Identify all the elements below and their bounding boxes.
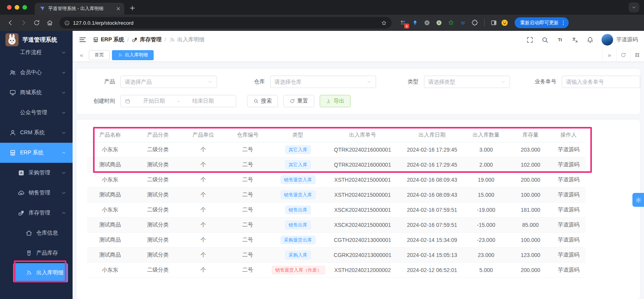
home-button[interactable] — [44, 17, 56, 29]
breadcrumb-item[interactable]: 出入库明细 — [169, 36, 204, 43]
app-logo-row[interactable]: 芋道管理系统 — [0, 31, 73, 49]
filter-panel: 产品 仓库 类型 — [76, 69, 640, 114]
cell-datetime: 2024-02-16 08:09:43 — [401, 187, 463, 202]
split-view-button[interactable] — [489, 18, 498, 27]
refresh-icon — [620, 52, 626, 58]
sidebar-item-erp[interactable]: ERP 系统 — [0, 143, 73, 163]
sidebar-item-sales[interactable]: 销售管理 — [0, 183, 73, 203]
product-icon — [25, 250, 32, 257]
chevron-down-icon — [61, 130, 66, 135]
refresh-button[interactable] — [31, 17, 42, 29]
sidebar-item-stock[interactable]: 库存管理 — [0, 203, 73, 223]
warehouse-select[interactable] — [270, 76, 376, 88]
reset-button[interactable]: 重置 — [283, 95, 314, 107]
ext-grid-extension-button[interactable]: 6 — [398, 18, 408, 27]
sidebar: 芋道管理系统 工作流程会员中心商城系统公众号管理CRM 系统ERP 系统A采购管… — [0, 31, 73, 299]
warehouse-select-input[interactable] — [275, 79, 364, 85]
forward-button[interactable] — [18, 17, 29, 29]
sidebar-item-member[interactable]: 会员中心 — [0, 63, 73, 83]
app-logo — [5, 33, 19, 46]
url-bar[interactable]: 127.0.0.1/erp/stock/record — [59, 17, 391, 29]
breadcrumb-label: 库存管理 — [140, 36, 161, 43]
page-tab-item[interactable]: 首页 — [89, 50, 110, 60]
sidebar-item-workflow[interactable]: 工作流程 — [0, 49, 73, 63]
window-close-button[interactable] — [7, 5, 12, 10]
collapse-menu-icon[interactable] — [79, 36, 86, 44]
sidebar-item-product-stock[interactable]: 产品库存 — [0, 243, 73, 263]
sidebar-item-label: 仓库信息 — [36, 230, 73, 236]
sidebar-item-mall[interactable]: 商城系统 — [0, 83, 73, 103]
window-zoom-button[interactable] — [22, 5, 27, 10]
cell-order-no: XSTH20240215000001 — [324, 172, 401, 187]
cell-category: 二级分类 — [133, 202, 183, 217]
cell-stock: 85.000 — [509, 217, 552, 232]
fullscreen-icon[interactable] — [526, 36, 534, 44]
sidebar-item-mp[interactable]: 公众号管理 — [0, 103, 73, 123]
cell-operator: 芋道源码 — [552, 187, 585, 202]
browser-menu-icon[interactable] — [560, 20, 566, 26]
cell-datetime: 2024-02-14 15:05:13 — [401, 247, 463, 262]
font-size-icon[interactable]: Tt — [556, 36, 564, 44]
export-button[interactable]: 导出 — [320, 95, 351, 107]
browser-nav-icons — [5, 17, 56, 29]
chevron-down-icon — [500, 79, 506, 84]
chevron-down-icon — [61, 190, 66, 196]
chevron-down-icon — [366, 79, 372, 84]
type-select[interactable] — [424, 76, 510, 88]
circle-dot-extension-button[interactable] — [434, 18, 444, 27]
business-no-field[interactable] — [562, 76, 640, 88]
sidebar-item-warehouse-info[interactable]: 仓库信息 — [0, 223, 73, 243]
type-badge: 销售退货入库 — [281, 176, 315, 184]
cell-order-no: CGRK20240213000001 — [324, 247, 401, 262]
type-select-input[interactable] — [428, 79, 498, 85]
back-button[interactable] — [5, 17, 16, 29]
type-badge: 销售退货入库（作废） — [272, 266, 325, 274]
header-actions: Tt文A 芋道源码 — [526, 34, 638, 46]
column-header: 产品单位 — [183, 128, 224, 142]
double-chevron-extension-button[interactable] — [458, 18, 468, 27]
search-button[interactable]: 搜索 — [247, 95, 278, 107]
puzzle-extension-button[interactable] — [470, 18, 480, 27]
page-tab-active[interactable]: 出入库明细 — [112, 50, 154, 60]
kite-extension-button[interactable] — [410, 18, 420, 27]
site-info-icon[interactable] — [64, 20, 70, 26]
update-button[interactable]: 重新启动即可更新 — [515, 17, 569, 28]
window-minimize-button[interactable] — [15, 5, 19, 10]
bookmark-star-icon[interactable] — [381, 20, 387, 26]
download-icon — [326, 98, 331, 104]
tabs-prev-button[interactable]: « — [76, 52, 87, 58]
profile-avatar[interactable] — [500, 18, 509, 27]
tab-close-icon[interactable] — [115, 6, 121, 12]
sidebar-item-purchase[interactable]: A采购管理 — [0, 163, 73, 183]
breadcrumb-item[interactable]: ERP 系统 — [93, 36, 124, 43]
translate-icon[interactable]: 文A — [571, 36, 579, 44]
browser-tab[interactable]: 芋道管理系统 - 出入库明细 — [35, 3, 124, 15]
product-select-input[interactable] — [125, 79, 205, 85]
breadcrumb-item[interactable]: 库存管理 — [132, 36, 161, 43]
tab-search-button[interactable] — [629, 2, 639, 12]
settings-float-button[interactable] — [632, 193, 644, 207]
bell-icon[interactable] — [586, 36, 594, 44]
search-icon[interactable] — [541, 36, 549, 44]
tab-refresh-button[interactable] — [616, 49, 630, 62]
tab-layout-button[interactable] — [630, 49, 644, 62]
chevron-up-icon — [61, 150, 66, 155]
column-header: 出入库单号 — [324, 128, 401, 142]
user-menu[interactable]: 芋道源码 — [602, 34, 638, 46]
sidebar-item-crm[interactable]: CRM 系统 — [0, 123, 73, 143]
cell-order-no: QTRK20240216000001 — [324, 157, 401, 172]
sidebar-item-label: 采购管理 — [29, 169, 61, 176]
star-green-extension-button[interactable] — [446, 18, 456, 27]
new-tab-button[interactable] — [127, 2, 138, 14]
business-no-input[interactable] — [566, 79, 636, 85]
date-range-picker[interactable]: 开始日期 - 结束日期 — [120, 95, 236, 107]
product-select[interactable] — [120, 76, 217, 88]
table-row: 小东东二级分类个二号其它入库QTRK202402160000012024-02-… — [87, 142, 585, 157]
sales-icon — [18, 189, 25, 196]
cell-stock: 100.000 — [509, 187, 552, 202]
circle-pattern-extension-button[interactable] — [422, 18, 432, 27]
sidebar-item-stock-record[interactable]: 出入库明细 — [13, 263, 68, 282]
cell-unit: 个 — [183, 232, 224, 247]
tabs-next-button[interactable]: » — [602, 49, 616, 62]
column-header: 产品分类 — [133, 128, 183, 142]
